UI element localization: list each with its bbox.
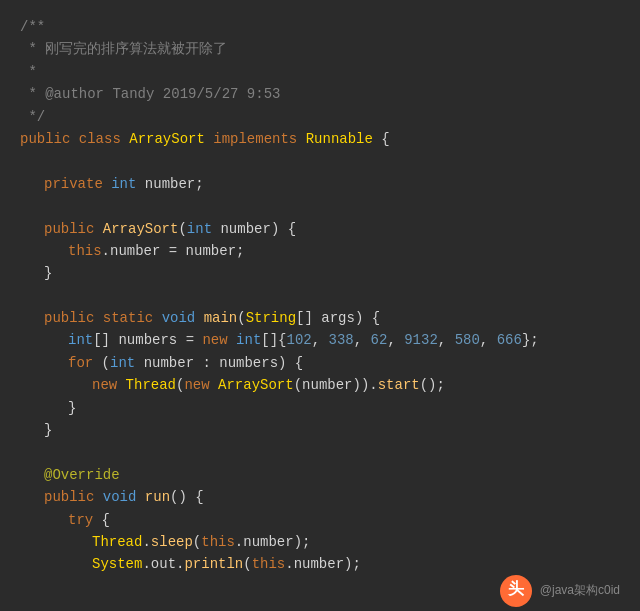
main-decl: public static void main ( String [] args…: [20, 307, 620, 329]
run-decl: public void run () {: [20, 486, 620, 508]
main-close: }: [20, 419, 620, 441]
constructor-close: }: [20, 262, 620, 284]
for-close: }: [20, 397, 620, 419]
constructor-body: this .number = number;: [20, 240, 620, 262]
footer-logo: 头 @java架构c0id: [500, 575, 620, 607]
blank-3: [20, 285, 620, 307]
override-annotation: @Override: [20, 464, 620, 486]
footer-bar: 头 @java架构c0id: [0, 571, 640, 611]
code-container: /** * 刚写完的排序算法就被开除了 * * @author Tandy 20…: [0, 0, 640, 611]
field-decl: private int number;: [20, 173, 620, 195]
main-line1: int [] numbers = new int []{ 102 , 338 ,…: [20, 329, 620, 351]
blank-4: [20, 441, 620, 463]
try-line1: Thread . sleep ( this .number);: [20, 531, 620, 553]
comment-line-4: * @author Tandy 2019/5/27 9:53: [20, 83, 620, 105]
class-decl-line: public class ArraySort implements Runnab…: [20, 128, 620, 150]
try-decl: try {: [20, 509, 620, 531]
blank-1: [20, 150, 620, 172]
main-line2: for ( int number : numbers ) {: [20, 352, 620, 374]
comment-line-2: * 刚写完的排序算法就被开除了: [20, 38, 620, 60]
comment-line-3: *: [20, 61, 620, 83]
blank-2: [20, 195, 620, 217]
main-line3: new Thread ( new ArraySort (number)). st…: [20, 374, 620, 396]
constructor-decl: public ArraySort ( int number ) {: [20, 218, 620, 240]
comment-line-1: /**: [20, 16, 620, 38]
footer-account: @java架构c0id: [540, 581, 620, 600]
comment-line-5: */: [20, 106, 620, 128]
platform-icon: 头: [500, 575, 532, 607]
